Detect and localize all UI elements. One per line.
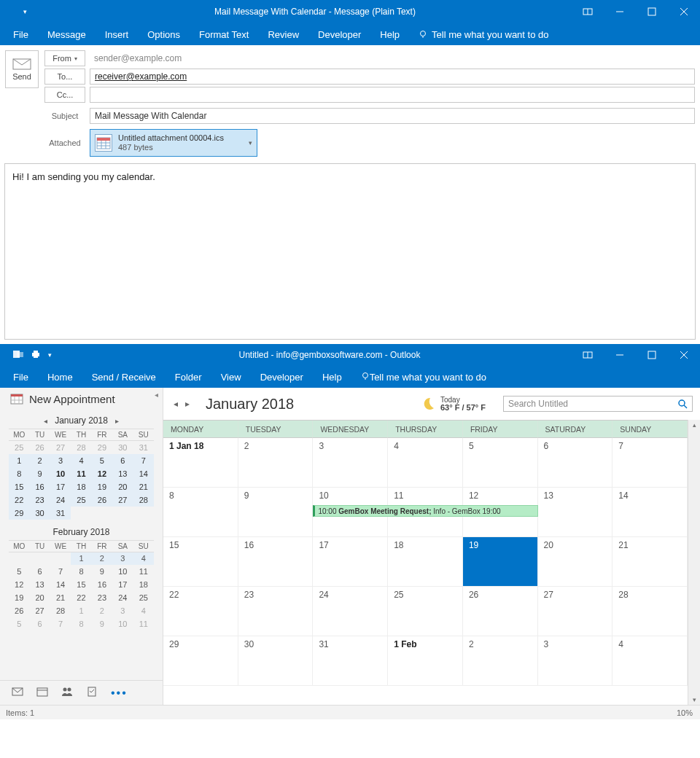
- calendar-day[interactable]: 5: [463, 438, 538, 488]
- mini-day[interactable]: 26: [9, 604, 29, 617]
- calendar-day[interactable]: 9: [238, 488, 314, 537]
- calendar-day[interactable]: 3: [538, 636, 613, 686]
- calendar-day[interactable]: 30: [238, 636, 314, 686]
- mini-day[interactable]: 31: [133, 441, 154, 454]
- qat-dropdown-icon[interactable]: ▾: [23, 8, 27, 15]
- mini-day[interactable]: 4: [133, 604, 154, 617]
- tell-me-search[interactable]: Tell me what you want to do: [419, 29, 548, 40]
- mini-day[interactable]: 25: [9, 441, 29, 454]
- mini-day[interactable]: 28: [71, 441, 91, 454]
- print-icon[interactable]: [31, 349, 41, 362]
- calendar-nav-icon[interactable]: [36, 686, 48, 700]
- mini-next-icon[interactable]: ▸: [112, 417, 122, 425]
- tasks-nav-icon[interactable]: [86, 686, 98, 700]
- calendar-day[interactable]: 24: [313, 587, 388, 636]
- tell-me-search[interactable]: Tell me what you want to do: [361, 372, 486, 383]
- mini-day[interactable]: 25: [71, 493, 91, 507]
- calendar-day[interactable]: 26: [463, 587, 538, 636]
- scroll-up-icon[interactable]: ▴: [693, 421, 696, 429]
- mini-day[interactable]: 1: [9, 454, 29, 467]
- mini-day[interactable]: 27: [112, 493, 133, 507]
- calendar-day[interactable]: 17: [313, 537, 388, 587]
- mini-day[interactable]: 27: [50, 441, 71, 454]
- mini-day[interactable]: 20: [112, 480, 133, 493]
- mini-day[interactable]: 12: [9, 578, 29, 591]
- attachment-item[interactable]: Untitled attachment 00004.ics 487 bytes …: [90, 129, 257, 157]
- mini-day[interactable]: 17: [50, 480, 71, 493]
- tab-options[interactable]: Options: [147, 29, 180, 40]
- calendar-day[interactable]: 2: [463, 636, 538, 686]
- next-month-button[interactable]: ▸: [182, 399, 192, 409]
- mini-day[interactable]: 23: [29, 493, 50, 507]
- mini-day[interactable]: 6: [29, 617, 50, 630]
- calendar-event[interactable]: 10:00 GemBox Meeting Request; Info - Gem…: [313, 505, 537, 517]
- mini-day[interactable]: 24: [50, 493, 71, 507]
- tab-format-text[interactable]: Format Text: [199, 29, 249, 40]
- mini-day[interactable]: 7: [50, 565, 71, 578]
- mini-day[interactable]: 20: [29, 591, 50, 604]
- mini-day[interactable]: 11: [71, 467, 91, 480]
- mini-day[interactable]: 13: [29, 578, 50, 591]
- to-button[interactable]: To...: [44, 69, 85, 85]
- mini-day[interactable]: 5: [9, 617, 29, 630]
- maximize-button[interactable]: [636, 0, 668, 23]
- collapse-nav-icon[interactable]: ◂: [155, 391, 158, 399]
- mini-day[interactable]: 2: [29, 454, 50, 467]
- mini-day[interactable]: 21: [133, 480, 154, 493]
- calendar-day[interactable]: 19: [463, 537, 538, 587]
- ribbon-display-options-icon[interactable]: [572, 344, 604, 366]
- tab-file[interactable]: File: [13, 29, 28, 40]
- mini-day[interactable]: 25: [133, 591, 154, 604]
- mini-day[interactable]: 6: [29, 565, 50, 578]
- minimize-button[interactable]: [604, 344, 636, 366]
- calendar-day[interactable]: 25: [388, 587, 463, 636]
- tab-message[interactable]: Message: [47, 29, 86, 40]
- prev-month-button[interactable]: ◂: [171, 399, 181, 409]
- mini-day[interactable]: 10: [112, 617, 133, 630]
- tab-help[interactable]: Help: [322, 372, 342, 383]
- mini-day[interactable]: 3: [50, 454, 71, 467]
- mini-day[interactable]: 13: [112, 467, 133, 480]
- calendar-day[interactable]: 14: [612, 488, 688, 537]
- weather-widget[interactable]: Today 63° F / 57° F: [420, 396, 486, 412]
- message-body[interactable]: Hi! I am sending you my calendar.: [4, 163, 696, 340]
- calendar-day[interactable]: 6: [538, 438, 613, 488]
- ribbon-display-options-icon[interactable]: [572, 0, 604, 23]
- mini-day[interactable]: 7: [133, 454, 154, 467]
- tab-developer[interactable]: Developer: [318, 29, 361, 40]
- mini-day[interactable]: 22: [71, 591, 91, 604]
- calendar-day[interactable]: 28: [612, 587, 688, 636]
- mini-day[interactable]: 9: [92, 617, 112, 630]
- mini-day[interactable]: 8: [71, 617, 91, 630]
- minimize-button[interactable]: [604, 0, 636, 23]
- tab-review[interactable]: Review: [268, 29, 299, 40]
- mini-day[interactable]: 4: [133, 552, 154, 565]
- mini-day[interactable]: 1: [71, 552, 91, 565]
- mini-day[interactable]: 29: [92, 441, 112, 454]
- tab-folder[interactable]: Folder: [175, 372, 202, 383]
- tab-file[interactable]: File: [13, 372, 28, 383]
- mini-day[interactable]: 31: [50, 507, 71, 520]
- mini-prev-icon[interactable]: ◂: [41, 417, 50, 425]
- calendar-day[interactable]: 22: [163, 587, 238, 636]
- calendar-day[interactable]: 16: [238, 537, 314, 587]
- attachment-dropdown-icon[interactable]: ▾: [249, 139, 252, 146]
- mini-day[interactable]: 15: [9, 480, 29, 493]
- mini-day[interactable]: 27: [29, 604, 50, 617]
- mini-day[interactable]: [50, 552, 71, 565]
- calendar-day[interactable]: 20: [538, 537, 613, 587]
- cc-field[interactable]: [90, 87, 695, 103]
- calendar-day[interactable]: 4: [612, 636, 688, 686]
- calendar-day[interactable]: 27: [538, 587, 613, 636]
- calendar-day[interactable]: 8: [163, 488, 238, 537]
- people-nav-icon[interactable]: [61, 686, 73, 700]
- maximize-button[interactable]: [636, 344, 668, 366]
- mini-day[interactable]: 11: [133, 617, 154, 630]
- mini-day[interactable]: [9, 552, 29, 565]
- tab-help[interactable]: Help: [380, 29, 400, 40]
- calendar-day[interactable]: 1 Feb: [388, 636, 463, 686]
- mini-day[interactable]: 2: [92, 604, 112, 617]
- calendar-day[interactable]: 1 Jan 18: [163, 438, 238, 488]
- calendar-day[interactable]: 18: [388, 537, 463, 587]
- mini-day[interactable]: 24: [112, 591, 133, 604]
